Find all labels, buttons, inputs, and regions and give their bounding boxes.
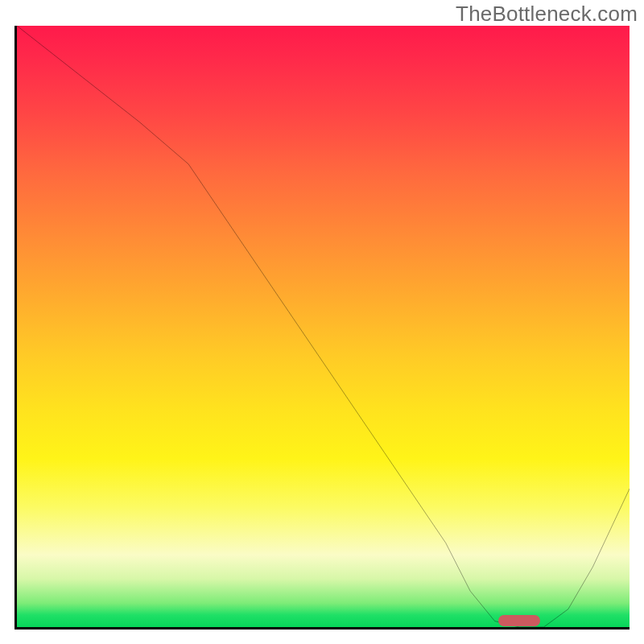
severity-gradient (17, 26, 630, 627)
chart-container: TheBottleneck.com (0, 0, 644, 644)
optimal-marker (498, 615, 540, 626)
plot-area (14, 26, 630, 630)
watermark-text: TheBottleneck.com (456, 2, 638, 27)
